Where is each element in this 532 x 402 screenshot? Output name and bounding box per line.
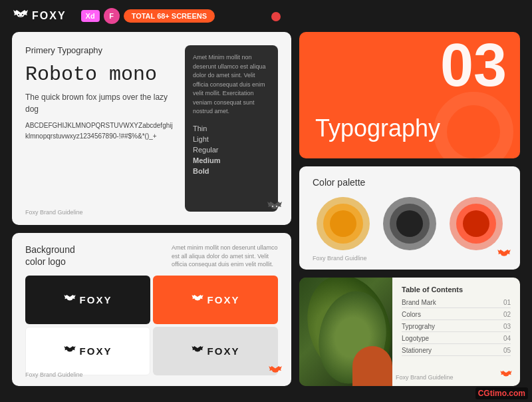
section-number: 03	[440, 35, 507, 95]
typography-right: Amet Minim mollit non deserunt ullamco e…	[185, 45, 278, 212]
font-sample: The quick brown fox jumps over the lazy …	[25, 91, 174, 115]
font-alphabet: ABCDEFGHIJKLMNOPQRSTUVWXYZabcdefghijklmn…	[25, 120, 174, 142]
toc-label-2: Colors	[402, 311, 421, 318]
red-inner	[463, 210, 489, 237]
figma-badge: F	[104, 8, 120, 24]
font-weights: Thin Light Regular Medium Bold	[193, 124, 270, 175]
palette-brand-label: Foxy Brand Guidline	[313, 255, 367, 262]
right-column: 03 Typography Color palette	[299, 32, 520, 386]
toc-item-3: Typrograhy 03	[402, 323, 511, 332]
orange-pattern	[434, 92, 513, 158]
logo: FOXY	[13, 10, 66, 22]
font-name: Roboto mono	[25, 63, 174, 86]
tool-badges: Xd F TOTAL 68+ SCREENS	[81, 8, 215, 24]
toc-num-3: 03	[503, 323, 511, 330]
logo-gray: FOXY	[153, 327, 278, 375]
svg-point-3	[276, 206, 277, 207]
bg-card-header: Background color logo Amet minim mollit …	[25, 244, 278, 269]
logo-text: FOXY	[32, 10, 66, 22]
bg-card-desc: Amet minim mollit non deserunt ullamco e…	[172, 244, 278, 269]
weight-light: Light	[193, 135, 270, 143]
photo-brand-label: Foxy Brand Guideline	[396, 374, 454, 381]
photo-fox-icon	[500, 371, 512, 382]
toc-side: Table of Contents Brand Mark 01 Colors 0…	[392, 278, 520, 386]
toc-label-4: Logotype	[402, 335, 429, 342]
logo-white: FOXY	[25, 327, 150, 375]
toc-num-4: 04	[503, 335, 511, 342]
typo-brand-label: Foxy Brand Guideline	[25, 209, 83, 216]
weight-thin: Thin	[193, 124, 270, 132]
logo-black: FOXY	[25, 276, 150, 324]
watermark: CGtimo.com	[475, 387, 528, 399]
svg-point-2	[272, 206, 273, 207]
svg-point-1	[22, 14, 23, 15]
decorative-dot-red	[271, 12, 281, 21]
section-label: Typography	[315, 114, 440, 142]
dark-circle-stack	[383, 197, 436, 250]
weight-regular: Regular	[193, 146, 270, 154]
photo-side	[299, 278, 392, 386]
photo-toc-card: Table of Contents Brand Mark 01 Colors 0…	[299, 278, 520, 386]
toc-item-4: Logotype 04	[402, 335, 511, 344]
logo-orange: FOXY	[153, 276, 278, 324]
toc-num-1: 01	[503, 299, 511, 306]
toc-label-3: Typrograhy	[402, 323, 435, 330]
toc-item-5: Stationery 05	[402, 347, 511, 356]
header: FOXY Xd F TOTAL 68+ SCREENS	[0, 0, 532, 32]
left-column: Primery Typography Roboto mono The quick…	[12, 32, 291, 386]
weight-medium: Medium	[193, 156, 270, 164]
toc-num-2: 02	[503, 311, 511, 318]
typography-card-title: Primery Typography	[25, 45, 174, 55]
logo-grid: FOXY FOXY FOXY	[25, 276, 278, 375]
red-circle-stack	[450, 197, 503, 250]
toc-label-5: Stationery	[402, 347, 432, 354]
bg-color-card: Background color logo Amet minim mollit …	[12, 233, 291, 386]
svg-point-0	[18, 14, 19, 15]
palette-title: Color palette	[313, 177, 507, 188]
typography-left: Primery Typography Roboto mono The quick…	[25, 45, 185, 212]
total-badge: TOTAL 68+ SCREENS	[124, 9, 215, 23]
yellow-inner	[330, 210, 356, 237]
bg-card-fox-icon	[269, 366, 282, 379]
typography-card: Primery Typography Roboto mono The quick…	[12, 32, 291, 225]
typo-card-fox-icon	[267, 202, 282, 217]
orange-number-card: 03 Typography	[299, 32, 520, 158]
dark-inner	[396, 210, 423, 237]
palette-circles	[313, 197, 507, 250]
palette-fox-icon	[497, 250, 511, 263]
xd-badge: Xd	[81, 10, 100, 22]
typo-body-text: Amet Minim mollit non deserunt ullamco e…	[193, 53, 270, 116]
toc-label-1: Brand Mark	[402, 299, 436, 306]
toc-item-2: Colors 02	[402, 311, 511, 320]
hand-shape	[352, 346, 392, 386]
fox-logo-icon	[13, 10, 28, 22]
color-palette-card: Color palette	[299, 166, 520, 270]
main-grid: Primery Typography Roboto mono The quick…	[0, 32, 532, 402]
bg-brand-label: Foxy Brand Guideline	[25, 371, 83, 378]
toc-num-5: 05	[503, 347, 511, 354]
weight-bold: Bold	[193, 167, 270, 175]
toc-title: Table of Contents	[402, 286, 511, 294]
bg-card-title: Background color logo	[25, 244, 75, 269]
yellow-circle-stack	[317, 197, 370, 250]
toc-item-1: Brand Mark 01	[402, 299, 511, 308]
